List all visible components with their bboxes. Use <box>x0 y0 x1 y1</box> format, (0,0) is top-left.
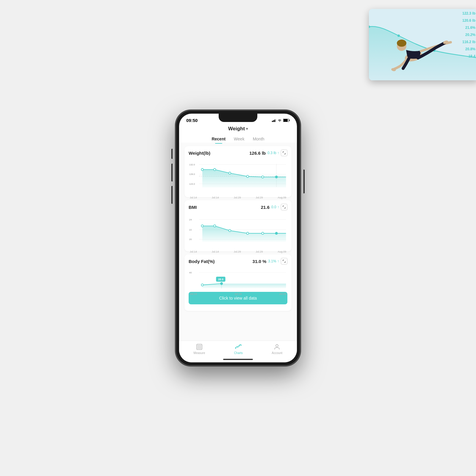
nav-charts[interactable]: Charts <box>234 343 243 355</box>
svg-text:128.0: 128.0 <box>189 173 195 176</box>
bodyfat-header: Body Fat(%) 31.0 % 3.1% ↑ <box>189 258 287 264</box>
svg-text:132.0: 132.0 <box>189 163 195 166</box>
svg-point-56 <box>200 347 201 347</box>
svg-point-30 <box>275 176 277 178</box>
svg-point-7 <box>397 40 406 47</box>
svg-point-64 <box>276 345 278 347</box>
svg-point-37 <box>201 225 203 227</box>
weight-section: Weight(lb) 126.6 lb 0.3 lb ↑ 132.0 128.0 <box>184 146 292 197</box>
tab-month[interactable]: Month <box>253 135 264 143</box>
measure-icon <box>196 343 203 350</box>
svg-point-52 <box>199 345 200 346</box>
svg-text:40: 40 <box>189 271 192 274</box>
bmi-title: BMI <box>189 205 197 210</box>
overlay-value-5: 116.2 lb <box>462 40 475 44</box>
svg-point-26 <box>214 168 216 170</box>
bodyfat-title: Body Fat(%) <box>189 259 215 264</box>
app-header: Weight ▾ <box>179 125 297 134</box>
svg-point-51 <box>198 345 198 346</box>
svg-point-27 <box>229 172 231 174</box>
bmi-x-labels: Jul.14 Jul.14 Jul.29 Jul.29 Aug.09 <box>189 250 287 253</box>
status-icons <box>272 119 290 122</box>
mute-button[interactable] <box>171 149 173 159</box>
svg-text:124.0: 124.0 <box>189 183 195 185</box>
svg-point-38 <box>214 225 216 227</box>
weight-value: 126.6 lb <box>249 151 266 156</box>
svg-rect-10 <box>272 121 273 122</box>
dropdown-arrow-icon: ▾ <box>246 127 248 131</box>
svg-rect-13 <box>275 119 276 122</box>
status-time: 09:50 <box>186 118 198 123</box>
svg-point-40 <box>247 232 249 234</box>
bmi-header: BMI 21.6 0.0 ↑ <box>189 204 287 210</box>
svg-point-49 <box>220 282 223 284</box>
bodyfat-value-group: 31.0 % 3.1% ↑ <box>253 258 287 264</box>
app-title[interactable]: Weight ▾ <box>179 126 297 132</box>
overlay-value-7: 19.4 <box>462 54 475 58</box>
svg-point-58 <box>199 348 200 349</box>
weight-title: Weight(lb) <box>189 151 210 156</box>
bmi-section: BMI 21.6 0.0 ↑ 24 22 20 <box>184 200 292 251</box>
svg-point-41 <box>262 232 264 234</box>
overlay-values: 122.3 lb 120.6 lb 21.6% 20.2% 116.2 lb 2… <box>462 11 475 58</box>
nav-measure-label: Measure <box>194 351 205 355</box>
bmi-value: 21.6 <box>261 205 270 210</box>
tab-bar: Recent Week Month <box>179 134 297 143</box>
weight-expand-button[interactable] <box>281 150 287 156</box>
svg-point-39 <box>229 229 231 231</box>
account-icon <box>273 343 281 350</box>
svg-point-42 <box>275 232 277 234</box>
svg-point-62 <box>239 345 240 346</box>
bmi-value-group: 21.6 0.0 ↑ <box>261 204 287 210</box>
svg-text:20: 20 <box>189 238 192 241</box>
phone-screen: 09:50 <box>179 114 297 362</box>
battery-icon <box>283 119 290 122</box>
tab-week[interactable]: Week <box>234 135 245 143</box>
svg-text:28.0: 28.0 <box>218 278 223 281</box>
svg-text:22: 22 <box>189 228 192 231</box>
scroll-content: Weight(lb) 126.6 lb 0.3 lb ↑ 132.0 128.0 <box>179 143 297 341</box>
volume-up-button[interactable] <box>171 164 173 181</box>
svg-rect-11 <box>273 120 274 122</box>
bodyfat-x-labels: Jul.14 Jul.14 Jul.29 <box>189 292 287 295</box>
bmi-chart: 24 22 20 <box>189 213 287 248</box>
overlay-value-2: 120.6 lb <box>462 18 475 23</box>
nav-account[interactable]: Account <box>272 343 282 355</box>
notch <box>219 114 257 122</box>
bodyfat-chart: 40 28.0 <box>189 267 287 291</box>
weight-value-group: 126.6 lb 0.3 lb ↑ <box>249 150 287 156</box>
bodyfat-section: Body Fat(%) 31.0 % 3.1% ↑ 40 <box>184 254 292 311</box>
overlay-value-1: 122.3 lb <box>462 11 475 15</box>
wifi-icon <box>278 119 282 122</box>
svg-point-28 <box>247 175 249 177</box>
svg-point-53 <box>200 345 201 346</box>
svg-point-25 <box>201 168 203 170</box>
overlay-value-6: 20.8% <box>462 47 475 51</box>
svg-rect-15 <box>284 119 288 122</box>
svg-point-60 <box>235 347 236 349</box>
bodyfat-value: 31.0 % <box>253 259 267 264</box>
nav-measure[interactable]: Measure <box>194 343 205 355</box>
home-indicator <box>179 356 297 362</box>
svg-rect-16 <box>289 120 290 121</box>
bmi-change: 0.0 ↑ <box>271 205 279 209</box>
weight-x-labels: Jul.14 Jul.14 Jul.29 Jul.29 Aug.09 <box>189 195 287 199</box>
svg-point-54 <box>198 347 198 347</box>
svg-point-45 <box>201 284 203 286</box>
weight-header: Weight(lb) 126.6 lb 0.3 lb ↑ <box>189 150 287 156</box>
power-button[interactable] <box>303 170 305 193</box>
tab-recent[interactable]: Recent <box>212 135 226 143</box>
volume-down-button[interactable] <box>171 186 173 204</box>
svg-point-59 <box>200 348 201 349</box>
signal-icon <box>272 119 276 122</box>
overlay-value-4: 20.2% <box>462 33 475 37</box>
overlay-value-3: 21.6% <box>462 26 475 30</box>
bmi-expand-button[interactable] <box>281 204 287 210</box>
overlay-chart-card: 122.3 lb 120.6 lb 21.6% 20.2% 116.2 lb 2… <box>369 9 476 80</box>
phone-frame: 09:50 <box>176 110 300 366</box>
svg-point-29 <box>262 176 264 178</box>
bodyfat-expand-button[interactable] <box>281 258 287 264</box>
svg-point-63 <box>240 345 242 346</box>
bodyfat-change: 3.1% ↑ <box>268 259 279 263</box>
svg-point-61 <box>237 346 238 347</box>
